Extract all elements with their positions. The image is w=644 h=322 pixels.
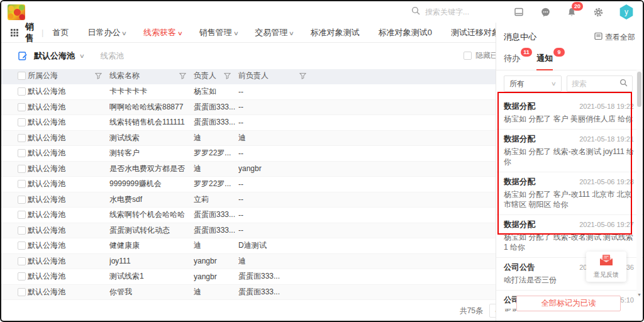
- nav-item[interactable]: 日常办公 ∨: [87, 27, 126, 38]
- table-row[interactable]: 默认公海池 水电费sdf 立莉 --: [1, 192, 496, 208]
- table-row[interactable]: 默认公海池 线索啊转个机会哈哈哈 蛋蛋面333... --: [1, 208, 496, 223]
- nav-item[interactable]: 销售管理 ∨: [199, 27, 238, 38]
- column-header-pool[interactable]: 所属公海: [28, 70, 109, 81]
- panel-tab-label: 待办: [504, 53, 520, 63]
- global-search-input[interactable]: 搜索关键字...: [411, 1, 469, 23]
- cell-lead-name[interactable]: 测试线索1: [109, 271, 194, 282]
- row-checkbox[interactable]: [18, 211, 26, 219]
- cell-lead-name[interactable]: 是否水电费双方都是否: [109, 164, 194, 174]
- pool-selector-dropdown[interactable]: 默认公海池 ∨: [34, 50, 84, 62]
- notification-search-input[interactable]: 搜索: [567, 75, 633, 92]
- company-logo[interactable]: [8, 4, 25, 20]
- main-area: 销售 | 首页 日常办公 ∨ 线索获客 ∨: [1, 23, 496, 321]
- row-checkbox[interactable]: [18, 242, 26, 250]
- table-header: 所属公海 线索名称 负责人 前负责人: [1, 69, 496, 84]
- cell-pool: 默认公海池: [28, 102, 109, 113]
- cell-lead-name[interactable]: 卡卡卡卡卡: [109, 86, 194, 97]
- app-grid-icon[interactable]: [10, 28, 19, 37]
- cell-lead-name[interactable]: 测转客户: [109, 148, 194, 158]
- cell-lead-name[interactable]: 测试线索: [109, 133, 194, 143]
- row-checkbox[interactable]: [18, 288, 26, 296]
- notification-body: 杨宝如 分配了 线索-改名测试 joy111 给你: [504, 147, 634, 167]
- scroll-down-icon[interactable]: ▼: [636, 292, 642, 297]
- cell-owner: 蛋蛋面333...: [194, 117, 238, 128]
- row-checkbox[interactable]: [18, 165, 26, 173]
- cell-prev-owner: D迪测试: [238, 240, 314, 251]
- row-checkbox[interactable]: [18, 134, 26, 142]
- column-header-name[interactable]: 线索名称: [109, 70, 194, 81]
- lead-pool-content: 默认公海池 ∨ 线索池 隐藏已转 所属公海: [1, 43, 496, 321]
- notification-item[interactable]: 数据分配 2021-05-18 19:22 杨宝如 分配了 客户 美丽俏佳人店 …: [496, 97, 643, 130]
- filter-icon[interactable]: [95, 72, 102, 79]
- table-row[interactable]: 默认公海池 测转客户 罗罗22罗... --: [1, 146, 496, 162]
- notification-item[interactable]: 数据分配 2021-05-18 19:21 杨宝如 分配了 线索-改名测试 jo…: [496, 130, 643, 172]
- table-row[interactable]: 默认公海池 蛋蛋测试转化动态 蛋蛋面333... --: [1, 223, 496, 239]
- row-checkbox[interactable]: [18, 87, 26, 96]
- cell-lead-name[interactable]: 你管我: [109, 287, 194, 297]
- column-header-owner[interactable]: 负责人: [194, 70, 238, 81]
- cell-lead-name[interactable]: 9999999赚机会: [109, 179, 194, 189]
- table-row[interactable]: 默认公海池 测试线索1 yangbr 蛋蛋面333...: [1, 269, 496, 285]
- lead-pool-tab[interactable]: 线索池: [101, 51, 125, 62]
- view-all-link[interactable]: 查看全部: [594, 32, 635, 43]
- settings-gear-icon[interactable]: [592, 6, 604, 18]
- prev-page-button[interactable]: ‹: [489, 304, 496, 318]
- chat-icon[interactable]: [540, 6, 551, 18]
- table-row[interactable]: 默认公海池 卡卡卡卡卡 杨宝如 --: [1, 84, 496, 100]
- hide-converted-checkbox[interactable]: [464, 52, 472, 60]
- workbench-icon[interactable]: [513, 6, 525, 18]
- panel-tab[interactable]: 通知 9: [536, 53, 553, 70]
- row-checkbox[interactable]: [18, 196, 26, 204]
- chevron-down-icon: ∨: [177, 30, 183, 36]
- cell-lead-name[interactable]: joy111: [109, 257, 194, 265]
- row-checkbox[interactable]: [18, 257, 26, 265]
- cell-lead-name[interactable]: 水电费sdf: [109, 194, 194, 205]
- notification-type-select[interactable]: 所有 ∨: [504, 75, 562, 92]
- feedback-widget[interactable]: 意见反馈: [586, 252, 626, 282]
- row-checkbox[interactable]: [18, 226, 26, 235]
- cell-lead-name[interactable]: 线索啊转个机会哈哈哈: [109, 209, 194, 220]
- mark-all-read-button[interactable]: 全部标记为已读: [516, 296, 621, 311]
- filter-icon[interactable]: [224, 72, 231, 79]
- edit-document-icon[interactable]: [18, 51, 28, 61]
- notifications-bell-icon[interactable]: 20: [566, 6, 577, 18]
- row-checkbox[interactable]: [18, 180, 26, 188]
- table-row[interactable]: 默认公海池 9999999赚机会 罗罗22罗... --: [1, 177, 496, 192]
- cell-prev-owner: 迪: [238, 256, 314, 267]
- row-checkbox[interactable]: [18, 149, 26, 157]
- notification-title: 数据分配: [504, 134, 535, 144]
- nav-item[interactable]: 标准对象测试: [311, 27, 362, 38]
- cell-lead-name[interactable]: 健健康康: [109, 240, 194, 251]
- scrollbar-thumb[interactable]: [637, 72, 641, 107]
- nav-item[interactable]: 线索获客 ∨: [143, 27, 182, 38]
- nav-item[interactable]: 交易管理 ∨: [255, 27, 294, 38]
- filter-icon[interactable]: [179, 72, 186, 79]
- filter-icon[interactable]: [299, 72, 306, 79]
- notification-item[interactable]: 数据分配 2021-05-06 19:28 杨宝如 分配了 客户-改111 北京…: [496, 172, 643, 215]
- table-row[interactable]: 默认公海池 健健康康 迪 D迪测试: [1, 238, 496, 254]
- column-header-prev-owner[interactable]: 前负责人: [238, 70, 314, 81]
- current-app-label[interactable]: 销售: [25, 23, 34, 44]
- cell-lead-name[interactable]: 啊啊哈哈哈线索88877: [109, 102, 194, 113]
- nav-divider: |: [42, 28, 43, 37]
- total-count-label: 共75条: [460, 306, 483, 316]
- cell-lead-name[interactable]: 线索转销售机会111111: [109, 117, 194, 128]
- row-checkbox[interactable]: [18, 103, 26, 111]
- table-row[interactable]: 默认公海池 你管我 迪 蛋蛋面333...: [1, 285, 496, 301]
- table-row[interactable]: 默认公海池 线索转销售机会111111 蛋蛋面333... --: [1, 115, 496, 131]
- cell-lead-name[interactable]: 蛋蛋测试转化动态: [109, 225, 194, 236]
- table-row[interactable]: 默认公海池 joy111 yangbr 迪: [1, 254, 496, 270]
- row-checkbox[interactable]: [18, 272, 26, 280]
- table-row[interactable]: 默认公海池 测试线索 迪 迪: [1, 131, 496, 147]
- table-row[interactable]: 默认公海池 是否水电费双方都是否 迪 yangbr: [1, 162, 496, 177]
- nav-item[interactable]: 测试迁移对象: [451, 27, 496, 38]
- table-row[interactable]: 默认公海池 啊啊哈哈哈线索88877 蛋蛋面333... --: [1, 100, 496, 116]
- user-avatar[interactable]: y: [619, 4, 634, 19]
- cell-owner: 迪: [194, 287, 238, 297]
- select-all-checkbox[interactable]: [18, 72, 26, 80]
- panel-tab[interactable]: 待办 11: [504, 53, 520, 70]
- panel-scrollbar[interactable]: ▼: [636, 69, 642, 297]
- nav-item[interactable]: 首页: [52, 27, 70, 38]
- nav-item[interactable]: 标准对象测试0: [379, 27, 434, 38]
- row-checkbox[interactable]: [18, 118, 26, 126]
